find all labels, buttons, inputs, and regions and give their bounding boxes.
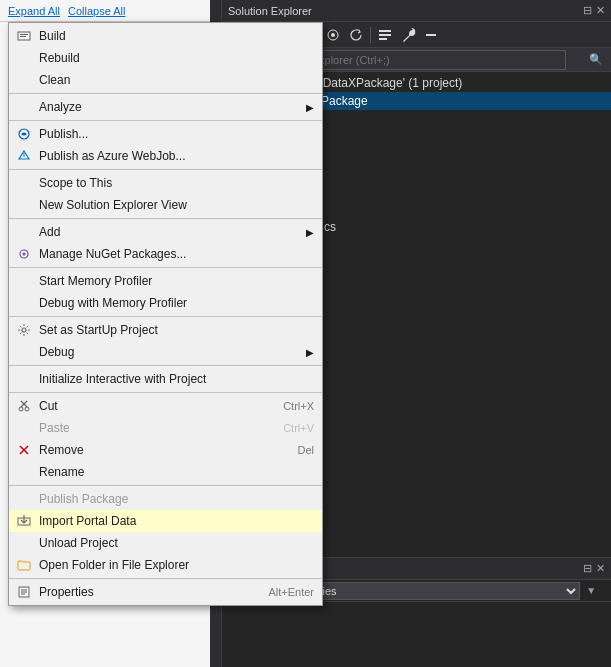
build-icon — [15, 27, 33, 45]
add-arrow-icon: ▶ — [306, 227, 318, 238]
dropdown-arrow-icon: ▼ — [586, 585, 596, 596]
svg-rect-5 — [379, 30, 391, 32]
solution-explorer-titlebar: Solution Explorer ⊟ ✕ — [222, 0, 611, 22]
cut-icon — [15, 397, 33, 415]
svg-rect-8 — [426, 34, 436, 36]
paste-shortcut: Ctrl+V — [283, 422, 318, 434]
search-icon: 🔍 — [589, 53, 603, 66]
wrench-button[interactable] — [397, 24, 419, 46]
import-icon — [15, 512, 33, 530]
menu-item-debug-memory[interactable]: Debug with Memory Profiler — [9, 292, 322, 314]
team-close-icon[interactable]: ✕ — [596, 562, 605, 575]
expand-collapse-bar: Expand All Collapse All — [0, 0, 210, 22]
team-pin-icon[interactable]: ⊟ — [583, 562, 592, 575]
svg-point-21 — [22, 328, 26, 332]
menu-item-debug[interactable]: Debug ▶ — [9, 341, 322, 363]
menu-item-scope-label: Scope to This — [39, 176, 112, 190]
menu-item-debug-label: Debug — [39, 345, 74, 359]
menu-item-nuget-label: Manage NuGet Packages... — [39, 247, 186, 261]
menu-item-paste-label: Paste — [39, 421, 70, 435]
menu-item-scope[interactable]: Scope to This — [9, 172, 322, 194]
folder-icon — [15, 556, 33, 574]
pin-minimize-button[interactable] — [420, 24, 442, 46]
menu-item-publish-package: Publish Package — [9, 488, 322, 510]
menu-item-analyze-label: Analyze — [39, 100, 82, 114]
toolbar-separator2 — [370, 27, 371, 43]
menu-item-init-interactive-label: Initialize Interactive with Project — [39, 372, 206, 386]
menu-item-rename-label: Rename — [39, 465, 84, 479]
separator — [9, 93, 322, 94]
menu-item-rebuild-label: Rebuild — [39, 51, 80, 65]
menu-item-memory-profiler[interactable]: Start Memory Profiler — [9, 270, 322, 292]
menu-item-publish-azure[interactable]: Publish as Azure WebJob... — [9, 145, 322, 167]
separator — [9, 485, 322, 486]
properties-button[interactable] — [374, 24, 396, 46]
menu-item-publish-label: Publish... — [39, 127, 88, 141]
menu-item-rename[interactable]: Rename — [9, 461, 322, 483]
debug-arrow-icon: ▶ — [306, 347, 318, 358]
menu-item-import-portal[interactable]: Import Portal Data — [9, 510, 322, 532]
menu-item-analyze[interactable]: Analyze ▶ — [9, 96, 322, 118]
menu-item-startup[interactable]: Set as StartUp Project — [9, 319, 322, 341]
separator — [9, 316, 322, 317]
remove-shortcut: Del — [297, 444, 318, 456]
menu-item-publish-azure-label: Publish as Azure WebJob... — [39, 149, 186, 163]
expand-all-button[interactable]: Expand All — [8, 5, 60, 17]
menu-item-properties-label: Properties — [39, 585, 94, 599]
svg-rect-14 — [20, 34, 28, 35]
properties-shortcut: Alt+Enter — [268, 586, 318, 598]
menu-item-build-label: Build — [39, 29, 66, 43]
menu-item-remove-label: Remove — [39, 443, 84, 457]
separator — [9, 392, 322, 393]
menu-item-rebuild[interactable]: Rebuild — [9, 47, 322, 69]
context-menu: Build Rebuild Clean Analyze ▶ Publish... — [8, 22, 323, 606]
auto-hide-icon[interactable]: ✕ — [596, 4, 605, 17]
team-titlebar-actions: ⊟ ✕ — [583, 562, 605, 575]
menu-item-init-interactive[interactable]: Initialize Interactive with Project — [9, 368, 322, 390]
menu-item-clean[interactable]: Clean — [9, 69, 322, 91]
menu-item-properties[interactable]: Properties Alt+Enter — [9, 581, 322, 603]
cut-shortcut: Ctrl+X — [283, 400, 318, 412]
menu-item-new-view[interactable]: New Solution Explorer View — [9, 194, 322, 216]
menu-item-publish-package-label: Publish Package — [39, 492, 128, 506]
menu-item-add-label: Add — [39, 225, 60, 239]
left-panel: Expand All Collapse All Build Rebuild Cl… — [0, 0, 210, 667]
separator — [9, 218, 322, 219]
refresh-button[interactable] — [345, 24, 367, 46]
menu-item-build[interactable]: Build — [9, 25, 322, 47]
menu-item-open-folder[interactable]: Open Folder in File Explorer — [9, 554, 322, 576]
pin-icon[interactable]: ⊟ — [583, 4, 592, 17]
separator — [9, 365, 322, 366]
menu-item-unload[interactable]: Unload Project — [9, 532, 322, 554]
menu-item-publish[interactable]: Publish... — [9, 123, 322, 145]
menu-item-debug-memory-label: Debug with Memory Profiler — [39, 296, 187, 310]
titlebar-actions: ⊟ ✕ — [583, 4, 605, 17]
svg-point-4 — [331, 33, 335, 37]
menu-item-remove[interactable]: Remove Del — [9, 439, 322, 461]
nuget-icon — [15, 245, 33, 263]
menu-item-cut-label: Cut — [39, 399, 58, 413]
gear-icon — [15, 321, 33, 339]
menu-item-nuget[interactable]: Manage NuGet Packages... — [9, 243, 322, 265]
svg-rect-6 — [379, 34, 391, 36]
separator — [9, 578, 322, 579]
menu-item-import-portal-label: Import Portal Data — [39, 514, 136, 528]
analyze-arrow-icon: ▶ — [306, 102, 318, 113]
separator — [9, 120, 322, 121]
menu-item-add[interactable]: Add ▶ — [9, 221, 322, 243]
svg-point-23 — [25, 407, 29, 411]
menu-item-cut[interactable]: Cut Ctrl+X — [9, 395, 322, 417]
svg-point-20 — [23, 253, 26, 256]
separator — [9, 169, 322, 170]
svg-rect-15 — [20, 36, 26, 37]
solution-explorer-title: Solution Explorer — [228, 5, 312, 17]
svg-rect-7 — [379, 38, 387, 40]
menu-item-startup-label: Set as StartUp Project — [39, 323, 158, 337]
separator — [9, 267, 322, 268]
publish-icon — [15, 125, 33, 143]
collapse-all-button[interactable]: Collapse All — [68, 5, 125, 17]
show-all-button[interactable] — [322, 24, 344, 46]
remove-icon — [15, 441, 33, 459]
menu-item-open-folder-label: Open Folder in File Explorer — [39, 558, 189, 572]
menu-item-clean-label: Clean — [39, 73, 70, 87]
